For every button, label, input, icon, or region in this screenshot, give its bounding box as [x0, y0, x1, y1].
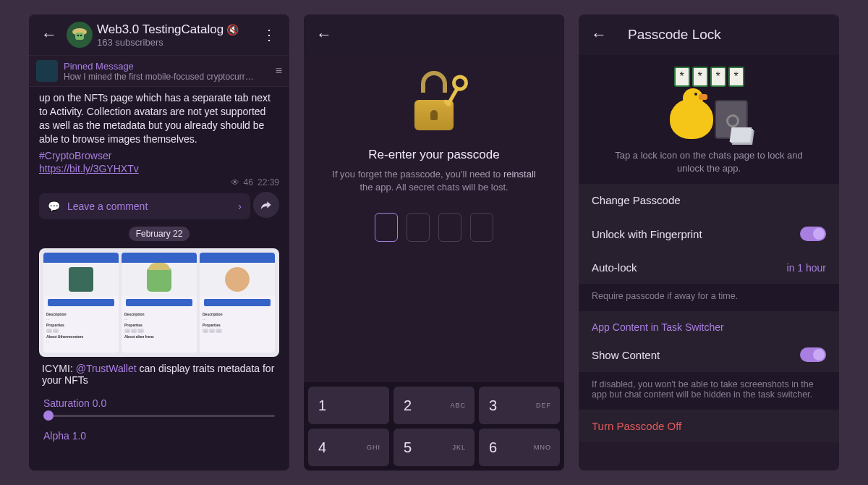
comment-icon: 💬 — [48, 201, 60, 212]
share-button[interactable] — [253, 192, 279, 218]
back-icon[interactable]: ← — [35, 20, 64, 49]
saturation-slider[interactable]: Saturation 0.0 — [35, 392, 284, 417]
mute-icon: 🔇 — [226, 24, 239, 35]
nft-preview-image[interactable]: Description···Properties······About Uthe… — [39, 248, 279, 357]
pin-digit-4 — [470, 213, 493, 242]
key-4[interactable]: 4GHI — [308, 429, 389, 466]
comment-label: Leave a comment — [67, 201, 148, 212]
passcode-settings-screen: ← Passcode Lock **** Tap a lock icon on … — [579, 14, 839, 471]
chat-body[interactable]: up on the NFTs page which has a separate… — [29, 87, 289, 471]
subscriber-count: 163 subscribers — [97, 37, 255, 48]
turn-off-passcode-row[interactable]: Turn Passcode Off — [579, 410, 839, 442]
chevron-right-icon: › — [238, 201, 242, 212]
mention-link[interactable]: @TrustWallet — [76, 363, 137, 374]
views-icon: 👁 — [231, 177, 239, 187]
change-passcode-row[interactable]: Change Passcode — [579, 184, 839, 216]
pinned-thumb — [36, 60, 58, 82]
settings-header: ← Passcode Lock — [579, 14, 839, 55]
date-divider: February 22 — [35, 227, 284, 241]
key-2[interactable]: 2ABC — [393, 387, 475, 424]
pin-digit-1 — [375, 213, 398, 242]
alpha-slider[interactable]: Alpha 1.0 — [35, 417, 284, 442]
show-content-row[interactable]: Show Content — [579, 337, 839, 372]
message-hashtag[interactable]: #CryptoBrowser — [39, 149, 279, 163]
chat-title[interactable]: Web3.0 TestingCatalog🔇 — [97, 22, 255, 37]
settings-hint: Tap a lock icon on the chats page to loc… — [593, 149, 825, 175]
svg-point-3 — [80, 35, 82, 37]
fingerprint-toggle[interactable] — [800, 227, 826, 241]
pin-input — [375, 213, 493, 242]
svg-point-2 — [77, 35, 80, 37]
more-icon[interactable]: ⋮ — [255, 26, 284, 43]
message-meta: 👁 46 22:39 — [35, 177, 284, 190]
message-time: 22:39 — [258, 177, 279, 187]
fingerprint-row[interactable]: Unlock with Fingerprint — [579, 216, 839, 251]
back-icon[interactable]: ← — [310, 20, 339, 49]
svg-rect-1 — [75, 33, 84, 40]
pinned-label: Pinned Message — [64, 61, 270, 72]
numeric-keypad: 1 2ABC 3DEF 4GHI 5JKL 6MNO — [304, 382, 564, 471]
key-1[interactable]: 1 — [308, 387, 389, 424]
comment-button[interactable]: 💬 Leave a comment › — [39, 193, 250, 219]
passcode-screen: ← Re-enter your passcode If you forget t… — [304, 14, 564, 471]
page-title: Passcode Lock — [628, 27, 721, 43]
autolock-value: in 1 hour — [787, 262, 826, 274]
message-text: up on the NFTs page which has a separate… — [35, 90, 284, 148]
channel-avatar[interactable] — [67, 22, 93, 48]
passcode-title: Re-enter your passcode — [368, 148, 499, 162]
key-5[interactable]: 5JKL — [393, 429, 475, 466]
chat-header: ← Web3.0 TestingCatalog🔇 163 subscribers… — [29, 14, 289, 55]
views-count: 46 — [244, 177, 253, 187]
pinned-message[interactable]: Pinned Message How I mined the first mob… — [29, 55, 289, 87]
settings-illustration: **** Tap a lock icon on the chats page t… — [579, 55, 839, 184]
show-content-footer: If disabled, you won't be able to take s… — [579, 372, 839, 410]
pinned-preview: How I mined the first mobile-focused cry… — [64, 72, 270, 82]
lock-icon — [401, 69, 467, 135]
message-link[interactable]: https://bit.ly/3GYHXTv — [39, 162, 279, 176]
show-content-toggle[interactable] — [800, 347, 826, 362]
back-icon[interactable]: ← — [584, 20, 613, 49]
key-6[interactable]: 6MNO — [479, 429, 560, 466]
pin-digit-2 — [407, 213, 430, 242]
passcode-header: ← — [304, 14, 564, 55]
section-header: App Content in Task Switcher — [579, 311, 839, 337]
chat-screen: ← Web3.0 TestingCatalog🔇 163 subscribers… — [29, 14, 289, 471]
message-caption: ICYMI: @TrustWallet can display traits m… — [35, 357, 284, 392]
autolock-footer: Require passcode if away for a time. — [579, 284, 839, 311]
autolock-row[interactable]: Auto-lock in 1 hour — [579, 251, 839, 284]
pin-digit-3 — [438, 213, 461, 242]
passcode-subtitle: If you forget the passcode, you'll need … — [304, 162, 564, 194]
pinned-list-icon[interactable]: ≡ — [276, 64, 282, 77]
key-3[interactable]: 3DEF — [479, 387, 560, 424]
